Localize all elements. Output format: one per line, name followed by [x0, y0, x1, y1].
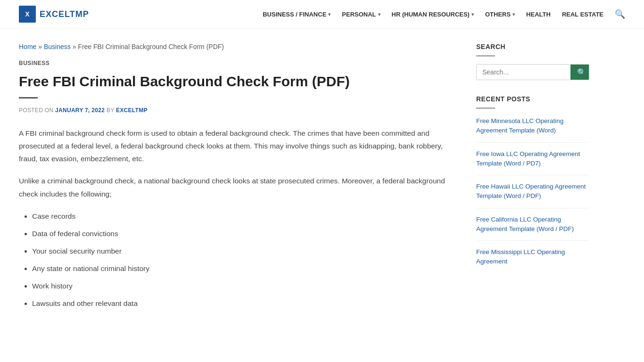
nav-health[interactable]: HEALTH [526, 11, 551, 18]
list-item: Lawsuits and other relevant data [32, 297, 457, 310]
nav-hr[interactable]: HR (HUMAN RESOURCES) ▾ [392, 11, 474, 18]
title-underline [19, 97, 38, 99]
post-author[interactable]: EXCELTMP [116, 107, 148, 114]
recent-post-link[interactable]: Free Iowa LLC Operating Agreement Templa… [476, 149, 589, 176]
paragraph-2: Unlike a criminal background check, a na… [19, 174, 457, 200]
paragraph-1: A FBI criminal background check form is … [19, 127, 457, 165]
list-item: Data of federal convictions [32, 227, 457, 240]
recent-post-link[interactable]: Free Hawaii LLC Operating Agreement Temp… [476, 182, 589, 208]
sidebar-recent-posts-section: RECENT POSTS Free Minnesota LLC Operatin… [476, 95, 589, 273]
breadcrumb: Home » Business » Free FBI Criminal Back… [19, 43, 457, 50]
search-box: 🔍 [476, 64, 589, 80]
by-label: BY [107, 107, 114, 114]
post-meta: POSTED ON JANUARY 7, 2022 BY EXCELTMP [19, 107, 457, 114]
site-header: X EXCELTMP BUSINESS / FINANCE ▾ PERSONAL… [0, 0, 644, 29]
logo-text: EXCELTMP [40, 9, 89, 19]
list-item: Your social security number [32, 245, 457, 257]
breadcrumb-sep2: » [73, 43, 76, 50]
posted-on-label: POSTED ON [19, 107, 53, 114]
feature-list: Case records Data of federal convictions… [19, 210, 457, 310]
nav-business-finance[interactable]: BUSINESS / FINANCE ▾ [263, 11, 330, 18]
recent-posts-divider [476, 107, 495, 109]
search-icon: 🔍 [577, 68, 586, 77]
nav-personal[interactable]: PERSONAL ▾ [342, 11, 380, 18]
chevron-down-icon: ▾ [378, 12, 380, 17]
sidebar: SEARCH 🔍 RECENT POSTS Free Minnesota LLC… [476, 43, 589, 319]
nav-others[interactable]: OTHERS ▾ [485, 11, 515, 18]
page-wrapper: Home » Business » Free FBI Criminal Back… [0, 29, 644, 333]
breadcrumb-sep1: » [38, 43, 42, 50]
logo-icon: X [19, 6, 36, 23]
list-item: Any state or national criminal history [32, 262, 457, 275]
site-logo[interactable]: X EXCELTMP [19, 6, 89, 23]
article-body: A FBI criminal background check form is … [19, 127, 457, 310]
breadcrumb-current: Free FBI Criminal Background Check Form … [78, 43, 224, 50]
search-input[interactable] [477, 65, 570, 80]
recent-posts-heading: RECENT POSTS [476, 95, 589, 103]
sidebar-search-section: SEARCH 🔍 [476, 43, 589, 80]
main-content: Home » Business » Free FBI Criminal Back… [19, 43, 457, 319]
search-button[interactable]: 🔍 [570, 65, 589, 80]
search-divider [476, 55, 495, 57]
post-date: JANUARY 7, 2022 [55, 107, 105, 114]
chevron-down-icon: ▾ [512, 12, 515, 17]
chevron-down-icon: ▾ [471, 12, 474, 17]
page-title: Free FBI Criminal Background Check Form … [19, 72, 457, 90]
search-icon[interactable]: 🔍 [615, 9, 625, 19]
breadcrumb-business[interactable]: Business [44, 43, 71, 50]
recent-post-link[interactable]: Free California LLC Operating Agreement … [476, 215, 589, 241]
svg-text:X: X [25, 10, 30, 18]
chevron-down-icon: ▾ [328, 12, 330, 17]
main-nav: BUSINESS / FINANCE ▾ PERSONAL ▾ HR (HUMA… [263, 9, 625, 19]
breadcrumb-home[interactable]: Home [19, 43, 36, 50]
list-item: Work history [32, 280, 457, 292]
recent-post-link[interactable]: Free Minnesota LLC Operating Agreement T… [476, 116, 589, 143]
search-heading: SEARCH [476, 43, 589, 50]
recent-post-link[interactable]: Free Mississippi LLC Operating Agreement [476, 247, 589, 273]
list-item: Case records [32, 210, 457, 222]
nav-real-estate[interactable]: REAL ESTATE [562, 11, 603, 18]
category-tag: BUSINESS [19, 60, 457, 66]
